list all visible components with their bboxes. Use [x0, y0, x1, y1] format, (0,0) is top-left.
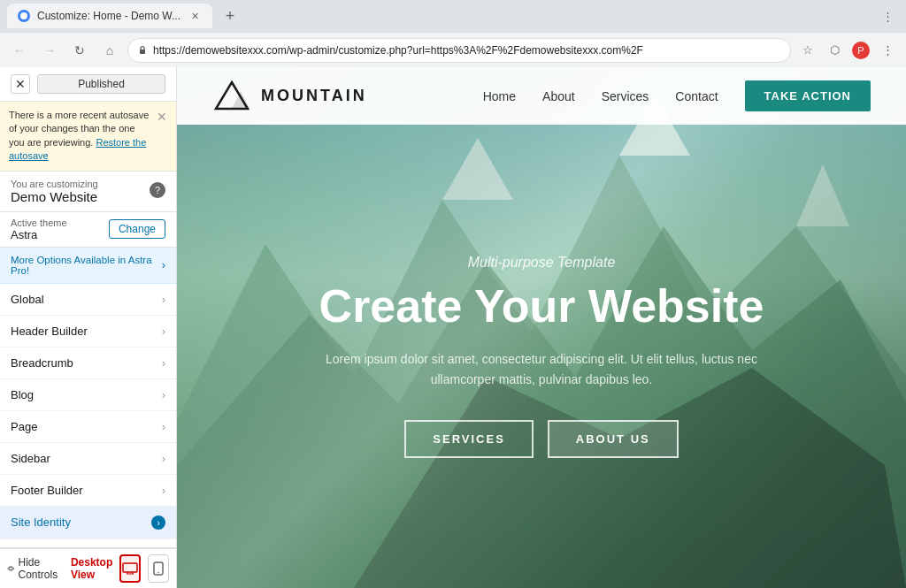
browser-titlebar: Customize: Home - Demo W... ✕ + ⋮ — [0, 0, 906, 32]
sidebar-item-sidebar[interactable]: Sidebar › — [0, 443, 176, 475]
notice-text: There is a more recent autosave of your … — [9, 109, 151, 164]
sidebar-item-global[interactable]: Global › — [0, 284, 176, 316]
sidebar-item-footer-builder[interactable]: Footer Builder › — [0, 475, 176, 507]
nav-actions: ☆ ⬡ P ⋮ — [796, 39, 899, 62]
arrow-icon: › — [162, 356, 165, 370]
browser-chrome: Customize: Home - Demo W... ✕ + ⋮ ← → ↻ … — [0, 0, 906, 67]
nav-about-link[interactable]: About — [542, 89, 575, 103]
sidebar-item-site-identity[interactable]: Site Identity › — [0, 507, 176, 539]
customizing-label: You are customizing — [11, 179, 98, 189]
profile-icon[interactable]: P — [849, 39, 872, 62]
nav-contact-link[interactable]: Contact — [675, 89, 718, 103]
lock-icon — [137, 45, 148, 56]
theme-name: Astra — [11, 228, 67, 241]
svg-point-2 — [9, 567, 12, 570]
services-button[interactable]: SERVICES — [404, 420, 534, 458]
sidebar-item-page[interactable]: Page › — [0, 411, 176, 443]
sidebar-footer: Hide Controls Desktop View — [0, 547, 176, 588]
published-status: Published — [37, 74, 165, 94]
theme-section: Active theme Astra Change — [0, 211, 176, 248]
hero-section: Multi-purpose Template Create Your Websi… — [177, 125, 906, 588]
hero-title: Create Your Website — [319, 281, 764, 332]
customizer-sidebar: ✕ Published There is a more recent autos… — [0, 67, 177, 588]
url-bar[interactable]: https://demowebsitexxx.com/wp-admin/cust… — [127, 38, 791, 63]
arrow-icon: › — [162, 388, 165, 401]
about-us-button[interactable]: ABOUT US — [548, 420, 679, 458]
astra-pro-text: More Options Available in Astra Pro! — [11, 255, 162, 276]
change-theme-button[interactable]: Change — [109, 219, 165, 239]
back-button[interactable]: ← — [7, 38, 32, 63]
notice-close-icon[interactable]: ✕ — [157, 109, 167, 126]
tab-close-icon[interactable]: ✕ — [188, 9, 202, 23]
url-text: https://demowebsitexxx.com/wp-admin/cust… — [153, 44, 781, 57]
arrow-icon: › — [162, 293, 165, 306]
nav-services-link[interactable]: Services — [602, 89, 649, 103]
sidebar-item-blog[interactable]: Blog › — [0, 379, 176, 411]
mobile-icon — [153, 561, 164, 576]
arrow-icon: › — [162, 484, 165, 497]
sidebar-close-button[interactable]: ✕ — [11, 74, 30, 94]
website-preview-area: MOUNTAIN Home About Services Contact TAK… — [177, 67, 906, 588]
website-nav: MOUNTAIN Home About Services Contact TAK… — [177, 67, 906, 125]
hide-controls-label: Hide Controls — [18, 556, 63, 581]
desktop-view-button[interactable] — [119, 554, 141, 583]
logo-mountain-icon — [212, 80, 252, 111]
customizing-section: You are customizing Demo Website ? — [0, 172, 176, 211]
home-button[interactable]: ⌂ — [97, 38, 122, 63]
arrow-icon: › — [162, 452, 165, 465]
active-theme-label: Active theme — [11, 218, 67, 228]
svg-point-5 — [157, 572, 159, 574]
reload-button[interactable]: ↻ — [67, 38, 92, 63]
nav-home-link[interactable]: Home — [483, 89, 516, 103]
svg-rect-3 — [123, 563, 137, 572]
desktop-icon — [122, 562, 138, 575]
browser-settings-icon[interactable]: ⋮ — [876, 39, 899, 62]
tab-label: Customize: Home - Demo W... — [37, 10, 180, 22]
extension-icon[interactable]: ⬡ — [823, 39, 846, 62]
svg-marker-14 — [232, 91, 250, 109]
autosave-notice: There is a more recent autosave of your … — [0, 102, 176, 172]
new-tab-button[interactable]: + — [219, 5, 241, 27]
help-icon[interactable]: ? — [150, 182, 165, 198]
arrow-icon: › — [151, 515, 165, 530]
view-label: Desktop View — [71, 556, 112, 581]
website-preview: MOUNTAIN Home About Services Contact TAK… — [177, 67, 906, 588]
sidebar-header: ✕ Published — [0, 67, 176, 102]
sidebar-item-breadcrumb[interactable]: Breadcrumb › — [0, 347, 176, 379]
forward-button[interactable]: → — [37, 38, 62, 63]
nav-links: Home About Services Contact TAKE ACTION — [483, 80, 871, 111]
tab-favicon — [18, 10, 30, 22]
browser-menu-icon[interactable]: ⋮ — [876, 4, 899, 27]
logo-text: MOUNTAIN — [261, 87, 367, 105]
arrow-icon: › — [162, 420, 165, 433]
svg-point-0 — [20, 12, 27, 19]
mobile-view-button[interactable] — [148, 554, 169, 583]
svg-rect-1 — [140, 50, 145, 54]
astra-pro-banner[interactable]: More Options Available in Astra Pro! › — [0, 248, 176, 284]
eye-icon — [7, 563, 14, 574]
arrow-icon: › — [162, 325, 165, 338]
site-name: Demo Website — [11, 189, 98, 204]
take-action-button[interactable]: TAKE ACTION — [745, 80, 871, 111]
hide-controls-button[interactable]: Hide Controls — [7, 556, 64, 581]
astra-pro-arrow-icon: › — [162, 258, 165, 271]
browser-nav: ← → ↻ ⌂ https://demowebsitexxx.com/wp-ad… — [0, 32, 906, 67]
sidebar-item-header-builder[interactable]: Header Builder › — [0, 316, 176, 347]
website-logo: MOUNTAIN — [212, 80, 367, 111]
sidebar-menu: Global › Header Builder › Breadcrumb › B… — [0, 284, 176, 547]
hero-subtitle: Multi-purpose Template — [468, 255, 616, 271]
browser-tab[interactable]: Customize: Home - Demo W... ✕ — [7, 4, 212, 28]
bookmark-icon[interactable]: ☆ — [796, 39, 819, 62]
sidebar-item-menus[interactable]: Menus › — [0, 539, 176, 547]
main-layout: ✕ Published There is a more recent autos… — [0, 67, 906, 588]
hero-buttons: SERVICES ABOUT US — [404, 420, 678, 458]
hero-description: Lorem ipsum dolor sit amet, consectetur … — [311, 349, 772, 389]
